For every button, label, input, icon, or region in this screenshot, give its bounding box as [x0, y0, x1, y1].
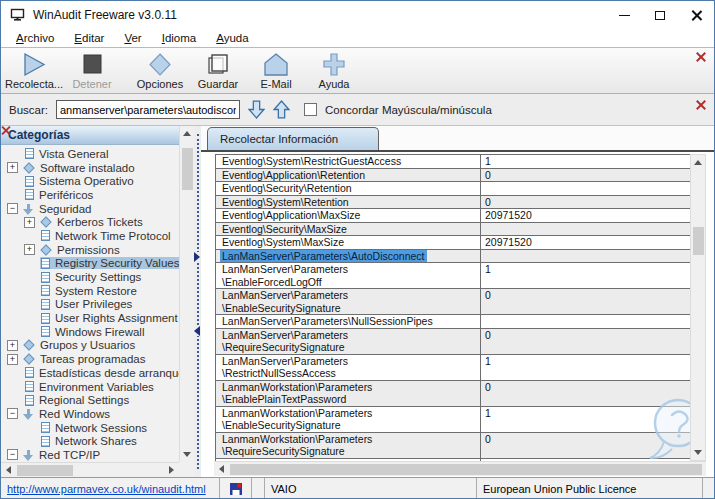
tree-item[interactable]: Periféricos	[1, 188, 179, 202]
table-row[interactable]: Eventlog\Security\Retention	[216, 182, 692, 196]
panel-splitter[interactable]	[194, 126, 201, 477]
tree-item[interactable]: Security Settings	[1, 270, 179, 284]
tree-item[interactable]: Vista General	[1, 147, 179, 161]
table-vscroll-thumb[interactable]	[693, 227, 704, 255]
search-input[interactable]	[56, 100, 240, 119]
scroll-down-icon[interactable]	[694, 450, 702, 455]
registry-value-cell[interactable]	[481, 249, 692, 263]
menu-item[interactable]: Editar	[64, 32, 114, 44]
tree-item[interactable]: Estadísticas desde arranque	[1, 366, 179, 380]
registry-name-cell[interactable]: LanManServer\Parameters \RequireSecurity…	[216, 328, 481, 354]
registry-name-cell[interactable]: Eventlog\Application\MaxSize	[216, 209, 481, 223]
tree-item[interactable]: Windows Firewall	[1, 325, 179, 339]
registry-value-cell[interactable]	[481, 315, 692, 329]
scroll-up-icon[interactable]	[694, 160, 702, 165]
registry-value-cell[interactable]: 0	[481, 380, 692, 406]
registry-name-cell[interactable]: Eventlog\Security\Retention	[216, 182, 481, 196]
table-row[interactable]: LanManServer\Parameters \RequireSecurity…	[216, 328, 692, 354]
tree-item[interactable]: Regional Settings	[1, 393, 179, 407]
tree-item[interactable]: + Kerberos Tickets	[1, 215, 179, 229]
table-row[interactable]: LanmanWorkstation\Parameters \RequireSec…	[216, 432, 692, 458]
registry-value-cell[interactable]	[481, 222, 692, 236]
registry-name-cell[interactable]: LanmanWorkstation\Parameters \RequireSec…	[216, 432, 481, 458]
find-next-down-icon[interactable]	[248, 100, 265, 119]
tree-item[interactable]: Network Shares	[1, 434, 179, 448]
sidebar-hscroll-thumb[interactable]	[17, 465, 73, 476]
registry-name-cell[interactable]: Eventlog\System\Retention	[216, 195, 481, 209]
expander-icon[interactable]: +	[7, 340, 18, 351]
registry-name-cell[interactable]: Eventlog\Application\Retention	[216, 168, 481, 182]
table-row[interactable]: Eventlog\System\RestrictGuestAccess 1	[216, 155, 692, 169]
tree-item[interactable]: + Software instalado	[1, 161, 179, 175]
registry-name-cell[interactable]: LanManServer\Parameters \EnableSecurityS…	[216, 289, 481, 315]
splitter-right-icon[interactable]	[194, 252, 200, 262]
table-row[interactable]: Eventlog\Security\MaxSize	[216, 222, 692, 236]
menu-item[interactable]: Ayuda	[206, 32, 258, 44]
table-row[interactable]: LanManServer\Parameters \EnableSecurityS…	[216, 289, 692, 315]
expander-icon[interactable]: +	[7, 162, 18, 173]
tree-item[interactable]: − Red TCP/IP	[1, 448, 179, 462]
tree-item[interactable]: Registry Security Values	[1, 257, 179, 271]
search-close-icon[interactable]	[696, 100, 706, 110]
expander-icon[interactable]: +	[24, 217, 35, 228]
menu-item[interactable]: Idioma	[152, 32, 207, 44]
registry-value-cell[interactable]: 1	[481, 406, 692, 432]
registry-value-cell[interactable]: 1	[481, 155, 692, 169]
table-row[interactable]: Eventlog\Application\Retention 0	[216, 168, 692, 182]
tree-item[interactable]: − Seguridad	[1, 202, 179, 216]
registry-name-cell[interactable]: Eventlog\Security\MaxSize	[216, 222, 481, 236]
registry-name-cell[interactable]: Eventlog\System\RestrictGuestAccess	[216, 155, 481, 169]
registry-value-cell[interactable]: 0	[481, 289, 692, 315]
table-hscroll-thumb[interactable]	[230, 464, 702, 475]
minimize-button[interactable]	[606, 1, 642, 29]
tree-item[interactable]: Environment Variables	[1, 380, 179, 394]
registry-name-cell[interactable]: LanmanWorkstation\Parameters \EnableSecu…	[216, 406, 481, 432]
registry-name-cell[interactable]: LanManServer\Parameters\NullSessionPipes	[216, 315, 481, 329]
registry-value-cell[interactable]	[481, 182, 692, 196]
table-row[interactable]: Eventlog\System\Retention 0	[216, 195, 692, 209]
registry-name-cell[interactable]: LanManServer\Parameters\AutoDisconnect	[216, 249, 481, 263]
opciones-button[interactable]: Opciones	[131, 51, 189, 90]
registry-name-cell[interactable]: LanManServer\Parameters \EnableForcedLog…	[216, 263, 481, 289]
scroll-right-icon[interactable]	[169, 466, 174, 474]
tree-item[interactable]: Network Time Protocol	[1, 229, 179, 243]
table-row[interactable]: LanmanWorkstation\Parameters \EnablePlai…	[216, 380, 692, 406]
sidebar-horizontal-scrollbar[interactable]	[1, 462, 179, 477]
tree-item[interactable]: User Rights Assignment	[1, 311, 179, 325]
registry-value-cell[interactable]: 0	[481, 195, 692, 209]
menu-item[interactable]: Archivo	[6, 32, 64, 44]
registry-value-cell[interactable]: 0	[481, 328, 692, 354]
tree-item[interactable]: + Tareas programadas	[1, 352, 179, 366]
close-button[interactable]	[678, 1, 714, 29]
find-prev-up-icon[interactable]	[273, 100, 290, 119]
sidebar-vertical-scrollbar[interactable]	[179, 126, 194, 462]
table-row[interactable]: LanManServer\Parameters\AutoDisconnect	[216, 249, 692, 263]
tree-item[interactable]: Sistema Operativo	[1, 174, 179, 188]
registry-name-cell[interactable]: LanmanWorkstation\Parameters \EnablePlai…	[216, 380, 481, 406]
match-case-checkbox[interactable]	[304, 103, 317, 116]
table-row[interactable]: LanManServer\Parameters\NullSessionPipes	[216, 315, 692, 329]
ayuda-button[interactable]: Ayuda	[305, 51, 363, 90]
registry-name-cell[interactable]: Eventlog\System\MaxSize	[216, 236, 481, 250]
guardar-button[interactable]: Guardar	[189, 51, 247, 90]
tree-item[interactable]: Network Sessions	[1, 421, 179, 435]
tree-item[interactable]: System Restore	[1, 284, 179, 298]
expander-icon[interactable]: +	[7, 354, 18, 365]
tree-item[interactable]: − Red Windows	[1, 407, 179, 421]
tab-recolectar-informacion[interactable]: Recolectar Información	[207, 127, 379, 150]
table-row[interactable]: LanManServer\Parameters \EnableForcedLog…	[216, 263, 692, 289]
sidebar-vscroll-thumb[interactable]	[182, 148, 193, 190]
maximize-button[interactable]	[642, 1, 678, 29]
registry-value-cell[interactable]: 1	[481, 263, 692, 289]
table-row[interactable]: Eventlog\System\MaxSize 20971520	[216, 236, 692, 250]
expander-icon[interactable]: −	[7, 408, 18, 419]
table-row[interactable]: LanmanWorkstation\Parameters \EnableSecu…	[216, 406, 692, 432]
expander-icon[interactable]: +	[24, 244, 35, 255]
categories-close-icon[interactable]	[162, 131, 171, 140]
expander-icon[interactable]: −	[7, 203, 18, 214]
recolectar-button[interactable]: Recolecta...	[5, 51, 63, 90]
splitter-left-icon[interactable]	[194, 326, 200, 336]
table-row[interactable]: LanManServer\Parameters \RestrictNullSes…	[216, 354, 692, 380]
scroll-left-icon[interactable]	[219, 465, 224, 473]
table-horizontal-scrollbar[interactable]	[214, 461, 706, 476]
